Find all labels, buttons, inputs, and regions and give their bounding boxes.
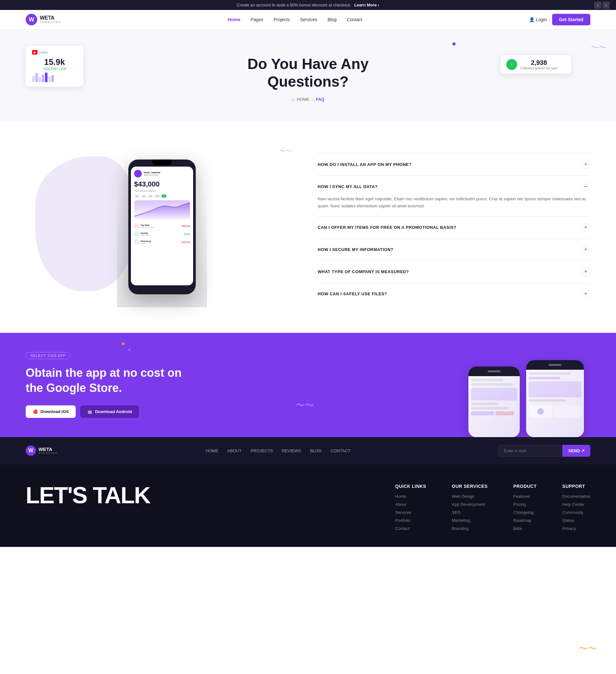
faq-item-3: CAN I OFFER MY ITEMS FOR FREE ON A PROMO… bbox=[318, 216, 590, 238]
faq-toggle-4[interactable]: + bbox=[581, 245, 590, 254]
tab-6m[interactable]: 6m bbox=[154, 195, 160, 198]
footer-nav-reviews[interactable]: REVIEWS bbox=[282, 448, 301, 453]
logo[interactable]: W WETA AGENCYEP bbox=[26, 14, 61, 25]
tab-1y[interactable]: 1y bbox=[161, 195, 166, 198]
footer-support-help[interactable]: Help Center bbox=[563, 502, 590, 507]
login-button[interactable]: 👤 Login bbox=[529, 17, 547, 22]
navbar-actions: 👤 Login Get Started bbox=[529, 14, 590, 25]
breadcrumb-sep: › bbox=[312, 97, 313, 102]
download-title: Obtain the app at no cost on the Google … bbox=[26, 365, 181, 396]
footer-support-community[interactable]: Community bbox=[563, 510, 590, 515]
faq-item-1: HOW DO I INSTALL AN APP ON MY PHONE? + bbox=[318, 153, 590, 175]
footer-link-services[interactable]: Services bbox=[395, 510, 426, 515]
faq-item-6: HOW CAN I SAFELY USE FILES? + bbox=[318, 283, 590, 305]
footer-link-contact[interactable]: Contact bbox=[395, 526, 426, 531]
faq-toggle-6[interactable]: + bbox=[581, 290, 590, 299]
faq-question-2[interactable]: HOW I SYNC MY ALL DATA? − bbox=[318, 182, 590, 191]
faq-toggle-1[interactable]: + bbox=[581, 160, 590, 169]
nav-contact[interactable]: Contact bbox=[347, 17, 362, 22]
footer-col-quick-links: QUICK LINKS Home About Services Portfoli… bbox=[395, 484, 426, 534]
footer-nav-projects[interactable]: PROJECTS bbox=[251, 448, 273, 453]
footer-nav-links: HOME ABOUT PROJECTS REVIEWS BLOG CONTACT bbox=[206, 448, 350, 453]
nav-home[interactable]: Home bbox=[228, 17, 240, 22]
footer-col-quick-links-list: Home About Services Portfolio Contact bbox=[395, 494, 426, 531]
footer-service-web[interactable]: Web Design bbox=[452, 494, 488, 499]
footer-product-pricing[interactable]: Pricing bbox=[513, 502, 537, 507]
footer-col-services: OUR SERVICES Web Design App Development … bbox=[452, 484, 488, 534]
faq-question-1[interactable]: HOW DO I INSTALL AN APP ON MY PHONE? + bbox=[318, 160, 590, 169]
footer-email-input[interactable] bbox=[498, 445, 563, 457]
footer-service-app[interactable]: App Development bbox=[452, 502, 488, 507]
faq-question-4[interactable]: HOW I SECURE MY INFORMATION? + bbox=[318, 245, 590, 254]
tab-1m[interactable]: 1m bbox=[141, 195, 147, 198]
phone-username: Hello, Islamol bbox=[144, 171, 160, 174]
breadcrumb: ⌂ HOME › FAQ bbox=[26, 97, 590, 102]
tx-2: Spotify Subscription -$9.99 bbox=[134, 230, 190, 238]
phone-transactions: Top Mall Card direct type -$900.50 Spoti… bbox=[134, 222, 190, 246]
faq-toggle-3[interactable]: + bbox=[581, 223, 590, 232]
phone-user-sub: Welcome back bbox=[144, 174, 160, 176]
footer-tagline: LET'S TALK bbox=[26, 484, 395, 507]
faq-question-5[interactable]: WHAT TYPE OF COMPANY IS MEASURED? + bbox=[318, 267, 590, 276]
footer-product-changelog[interactable]: Changelog bbox=[513, 510, 537, 515]
footer-logo[interactable]: W WETA AGENCYEP bbox=[26, 445, 58, 456]
footer-nav-home[interactable]: HOME bbox=[206, 448, 218, 453]
decorative-dot bbox=[452, 42, 456, 45]
footer-col-support-title: SUPPORT bbox=[563, 484, 590, 489]
footer-navbar: W WETA AGENCYEP HOME ABOUT PROJECTS REVI… bbox=[0, 437, 616, 464]
nav-services[interactable]: Services bbox=[300, 17, 317, 22]
prev-arrow[interactable]: ‹ bbox=[594, 2, 601, 9]
phone-sub-label: Total account balance bbox=[134, 190, 190, 192]
footer-link-portfolio[interactable]: Portfolio bbox=[395, 518, 426, 523]
faq-toggle-2[interactable]: − bbox=[581, 182, 590, 191]
get-started-button[interactable]: Get Started bbox=[552, 14, 590, 25]
download-phones bbox=[468, 360, 584, 437]
footer-service-seo[interactable]: SEO bbox=[452, 510, 488, 515]
faq-item-5: WHAT TYPE OF COMPANY IS MEASURED? + bbox=[318, 261, 590, 283]
learn-more-link[interactable]: Learn More › bbox=[354, 3, 379, 7]
footer-link-about[interactable]: About bbox=[395, 502, 426, 507]
footer-service-branding[interactable]: Branding bbox=[452, 526, 488, 531]
phone-amount: $43,000 bbox=[134, 180, 190, 189]
footer-support-status[interactable]: Status bbox=[563, 518, 590, 523]
footer-support-privacy[interactable]: Privacy bbox=[563, 526, 590, 531]
download-android-button[interactable]: 🤖 Download Android bbox=[80, 405, 139, 418]
tab-1w[interactable]: 1w bbox=[134, 195, 140, 198]
footer-send-button[interactable]: SEND ↗ bbox=[563, 445, 590, 457]
footer-nav-contact[interactable]: CONTACT bbox=[331, 448, 351, 453]
faq-question-6[interactable]: HOW CAN I SAFELY USE FILES? + bbox=[318, 290, 590, 299]
dot-purple-small bbox=[128, 349, 130, 351]
phone-mockup: Hello, Islamol Welcome back $43,000 Tota… bbox=[128, 159, 196, 294]
floating-card-likes: ▶ Likes 15.9k +$16,044+1,400 bbox=[26, 45, 84, 87]
footer-nav-about[interactable]: ABOUT bbox=[227, 448, 242, 453]
breadcrumb-home[interactable]: HOME bbox=[297, 97, 309, 102]
android-icon: 🤖 bbox=[87, 409, 92, 414]
footer-col-product-title: PRODUCT bbox=[513, 484, 537, 489]
footer-nav-blog[interactable]: BLOG bbox=[310, 448, 322, 453]
home-icon: ⌂ bbox=[292, 97, 294, 102]
tab-3m[interactable]: 3m bbox=[148, 195, 153, 198]
hero-section: ▶ Likes 15.9k +$16,044+1,400 Do You Have… bbox=[0, 29, 616, 121]
footer-col-product: PRODUCT Features Pricing Changelog Roadm… bbox=[513, 484, 537, 534]
download-ios-button[interactable]: 🍎 Download iOS bbox=[26, 405, 76, 418]
nav-projects[interactable]: Projects bbox=[274, 17, 290, 22]
footer-product-roadmap[interactable]: Roadmap bbox=[513, 518, 537, 523]
faq-q3-text: CAN I OFFER MY ITEMS FOR FREE ON A PROMO… bbox=[318, 225, 456, 230]
nav-blog[interactable]: Blog bbox=[328, 17, 337, 22]
footer-col-services-title: OUR SERVICES bbox=[452, 484, 488, 489]
followers-icon: ↑ bbox=[506, 59, 517, 70]
faq-toggle-5[interactable]: + bbox=[581, 267, 590, 276]
footer-product-features[interactable]: Features bbox=[513, 494, 537, 499]
footer-product-beta[interactable]: Beta bbox=[513, 526, 537, 531]
announcement-nav: ‹ › bbox=[594, 2, 610, 9]
footer-support-docs[interactable]: Documentation bbox=[563, 494, 590, 499]
next-arrow[interactable]: › bbox=[603, 2, 610, 9]
nav-pages[interactable]: Pages bbox=[251, 17, 263, 22]
dot-yellow bbox=[122, 342, 124, 345]
faq-question-3[interactable]: CAN I OFFER MY ITEMS FOR FREE ON A PROMO… bbox=[318, 223, 590, 232]
footer-service-marketing[interactable]: Marketing bbox=[452, 518, 488, 523]
apple-icon: 🍎 bbox=[33, 409, 38, 414]
followers-label: Followers gained this past bbox=[520, 67, 558, 70]
announcement-bar: Create an account to avail a 50% bonus d… bbox=[0, 0, 616, 10]
footer-link-home[interactable]: Home bbox=[395, 494, 426, 499]
